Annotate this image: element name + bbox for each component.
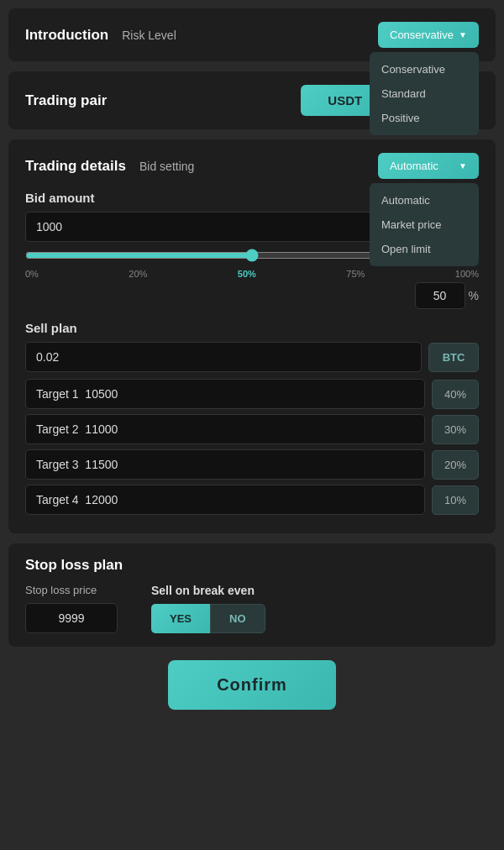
sell-amount-input[interactable] xyxy=(25,342,422,372)
stop-loss-price-label: Stop loss price xyxy=(25,584,118,596)
risk-option-conservative[interactable]: Conservative xyxy=(370,57,479,81)
yes-button[interactable]: YES xyxy=(151,604,210,633)
sell-plan-title: Sell plan xyxy=(25,321,479,335)
trading-details-title: Trading details xyxy=(25,158,126,175)
target-4-row: 10% xyxy=(25,485,479,515)
bid-amount-input[interactable] xyxy=(25,212,417,242)
risk-selected-value: Conservative xyxy=(390,29,454,41)
pct-input[interactable] xyxy=(415,282,465,309)
dropdown-arrow-icon: ▼ xyxy=(459,30,467,39)
yes-no-row: YES NO xyxy=(151,604,265,633)
pct-symbol: % xyxy=(469,289,479,302)
bid-dropdown-arrow-icon: ▼ xyxy=(459,161,467,171)
slider-label-20: 20% xyxy=(129,269,147,279)
stop-loss-price-input[interactable] xyxy=(25,603,118,633)
target-2-input[interactable] xyxy=(25,414,425,444)
trading-pair-title: Trading pair xyxy=(25,92,107,109)
bid-setting-dropdown[interactable]: Automatic ▼ Automatic Market price Open … xyxy=(378,153,479,179)
slider-label-50: 50% xyxy=(238,269,256,279)
bid-option-open-limit[interactable]: Open limit xyxy=(370,237,479,261)
stop-loss-card: Stop loss plan Stop loss price Sell on b… xyxy=(8,543,496,647)
sell-break-even-label: Sell on break even xyxy=(151,584,265,597)
bid-setting-label: Bid setting xyxy=(139,160,194,173)
risk-option-standard[interactable]: Standard xyxy=(370,81,479,106)
pct-input-row: % xyxy=(25,282,479,309)
target-3-input[interactable] xyxy=(25,449,425,480)
stop-loss-title: Stop loss plan xyxy=(25,557,123,573)
target-4-input[interactable] xyxy=(25,485,425,515)
target-1-row: 40% xyxy=(25,379,479,409)
slider-label-0: 0% xyxy=(25,269,39,279)
target-4-pct: 10% xyxy=(432,485,479,515)
target-2-pct: 30% xyxy=(432,415,479,444)
risk-level-dropdown[interactable]: Conservative ▼ Conservative Standard Pos… xyxy=(378,22,479,48)
stop-loss-price-col: Stop loss price xyxy=(25,584,118,633)
bid-option-automatic[interactable]: Automatic xyxy=(370,188,479,212)
risk-dropdown-btn[interactable]: Conservative ▼ xyxy=(378,22,479,48)
target-1-input[interactable] xyxy=(25,379,425,409)
risk-level-label: Risk Level xyxy=(122,29,176,42)
target-1-pct: 40% xyxy=(432,380,479,409)
sell-amount-row: BTC xyxy=(25,342,479,372)
sell-break-even-col: Sell on break even YES NO xyxy=(151,584,265,633)
sell-unit-badge: BTC xyxy=(428,343,479,372)
bid-selected-value: Automatic xyxy=(390,160,438,172)
target-2-row: 30% xyxy=(25,414,479,444)
slider-label-100: 100% xyxy=(455,269,479,279)
confirm-button[interactable]: Confirm xyxy=(168,660,336,710)
slider-label-75: 75% xyxy=(346,269,365,279)
slider-labels: 0% 20% 50% 75% 100% xyxy=(25,269,479,279)
introduction-card: Introduction Risk Level Conservative ▼ C… xyxy=(8,8,496,61)
bid-option-market[interactable]: Market price xyxy=(370,212,479,237)
risk-option-positive[interactable]: Positive xyxy=(370,106,479,130)
risk-dropdown-menu: Conservative Standard Positive xyxy=(370,52,479,135)
bid-dropdown-btn[interactable]: Automatic ▼ xyxy=(378,153,479,179)
trading-details-card: Trading details Bid setting Automatic ▼ … xyxy=(8,139,496,533)
stop-loss-row: Stop loss price Sell on break even YES N… xyxy=(25,584,479,633)
introduction-title: Introduction xyxy=(25,27,108,44)
no-button[interactable]: NO xyxy=(210,604,265,633)
bid-dropdown-menu: Automatic Market price Open limit xyxy=(370,183,479,266)
target-3-row: 20% xyxy=(25,449,479,480)
target-3-pct: 20% xyxy=(432,450,479,480)
